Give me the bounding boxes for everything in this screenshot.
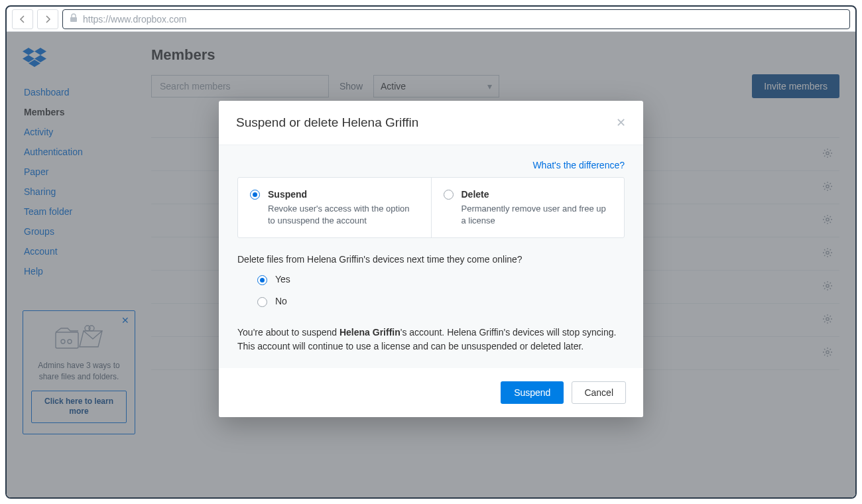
cancel-button[interactable]: Cancel xyxy=(572,381,626,404)
modal-overlay[interactable]: Suspend or delete Helena Griffin ✕ What'… xyxy=(7,32,855,497)
whats-the-difference-link[interactable]: What's the difference? xyxy=(532,160,625,170)
modal-footer: Suspend Cancel xyxy=(219,368,643,417)
option-delete-title: Delete xyxy=(462,188,613,202)
suspend-delete-modal: Suspend or delete Helena Griffin ✕ What'… xyxy=(219,101,643,417)
modal-header: Suspend or delete Helena Griffin ✕ xyxy=(219,101,643,145)
option-suspend-title: Suspend xyxy=(268,188,419,202)
url-text: https://www.dropbox.com xyxy=(83,14,186,25)
svg-rect-0 xyxy=(70,17,77,22)
close-icon[interactable]: ✕ xyxy=(616,115,626,130)
address-bar[interactable]: https://www.dropbox.com xyxy=(62,9,850,29)
delete-files-no[interactable]: No xyxy=(257,296,625,307)
radio-icon xyxy=(250,190,260,200)
modal-title: Suspend or delete Helena Griffin xyxy=(236,115,418,130)
radio-icon xyxy=(257,275,267,285)
delete-files-question: Delete files from Helena Griffin's devic… xyxy=(237,254,625,265)
option-suspend[interactable]: Suspend Revoke user's access with the op… xyxy=(238,178,431,237)
browser-toolbar: https://www.dropbox.com xyxy=(7,7,855,32)
option-suspend-desc: Revoke user's access with the option to … xyxy=(268,204,409,225)
radio-icon xyxy=(257,297,267,307)
suspend-button[interactable]: Suspend xyxy=(501,381,564,404)
back-button[interactable] xyxy=(12,9,33,29)
viewport: Dashboard Members Activity Authenticatio… xyxy=(7,32,855,497)
browser-frame: https://www.dropbox.com Dashboard Member… xyxy=(5,5,857,499)
action-option-group: Suspend Revoke user's access with the op… xyxy=(237,177,625,238)
option-delete-desc: Permanently remove user and free up a li… xyxy=(462,204,606,225)
lock-icon xyxy=(70,13,78,25)
delete-files-yes[interactable]: Yes xyxy=(257,274,625,285)
option-delete[interactable]: Delete Permanently remove user and free … xyxy=(431,178,625,237)
confirmation-text: You're about to suspend Helena Griffin's… xyxy=(237,326,625,368)
radio-icon xyxy=(444,190,454,200)
forward-button[interactable] xyxy=(37,9,58,29)
